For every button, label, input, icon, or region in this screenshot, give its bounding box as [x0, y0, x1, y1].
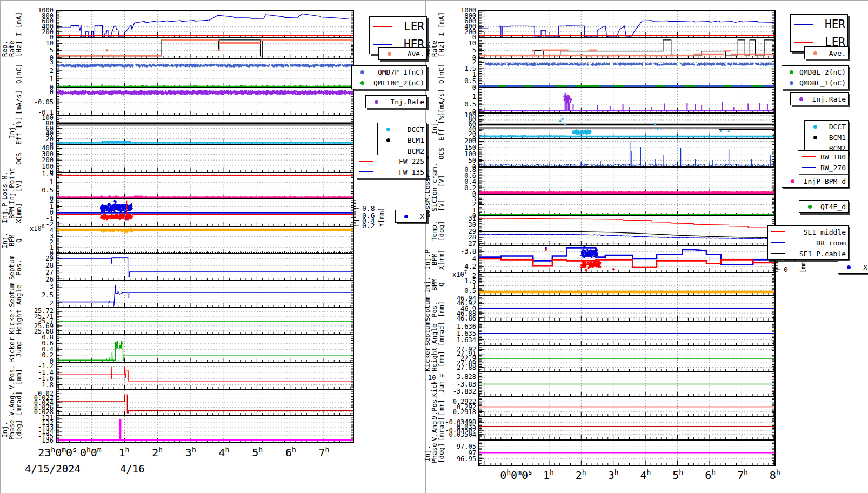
legend-box-left-2: QMD7P_1(nC)QMF10P_2(nC): [351, 65, 427, 89]
y-tick-label: -3.8: [444, 248, 476, 255]
legend-marker-dot: [784, 81, 799, 85]
axis-label-v-pos: [mm]: [438, 397, 445, 417]
legend-marker-line: [770, 242, 786, 243]
legend-item: QMF10P_2(nC): [354, 77, 424, 88]
legend-marker-dot: [807, 51, 823, 55]
legend-marker-line: [372, 26, 393, 27]
plot-row-current[interactable]: [478, 10, 776, 38]
legend-label: Inj.Rate: [384, 98, 424, 106]
legend-marker-line: [800, 167, 817, 168]
legend-marker-dot: [840, 265, 857, 269]
plot-row-inj-phase[interactable]: [478, 441, 776, 466]
legend-marker-dot: [793, 97, 809, 101]
legend-label: BCM1: [823, 134, 846, 142]
plot-row-v-ang[interactable]: [478, 417, 776, 441]
plot-row-ocs[interactable]: [478, 139, 776, 168]
legend-label: SE1 middle: [786, 228, 846, 236]
legend-box-right-5: BW_180BW_270: [798, 150, 849, 174]
axis-label-inj-phase: [deg]: [438, 441, 445, 466]
injection-monitor-window: 10008006004002000I [mA]1050Rep.Rate[Hz]3…: [0, 0, 868, 493]
axis-label-septum-pos: [mm]: [438, 296, 445, 322]
legend-item: QI4E_d: [802, 201, 846, 212]
plot-row-septum-angle[interactable]: [478, 322, 776, 346]
legend-marker-dot: [380, 138, 396, 142]
legend-item: QMD8E_1(nC): [784, 77, 846, 88]
legend-marker-dot: [354, 81, 370, 85]
legend-label: QI4E_d: [818, 203, 846, 211]
legend-marker-dot: [368, 100, 384, 104]
y-tick-label: 27: [444, 241, 476, 248]
legend-box-right-9: X: [838, 261, 868, 274]
legend-item: Ave.: [381, 48, 424, 59]
legend-label: LER: [393, 20, 424, 33]
plot-row-v-pos[interactable]: [478, 397, 776, 417]
legend-label: D8 room: [786, 239, 846, 247]
legend-box-right-7: QI4E_d: [799, 200, 849, 213]
legend-marker-dot: [380, 128, 396, 131]
legend-marker-dot: [807, 125, 823, 129]
x-tick-label: 8h: [732, 468, 818, 482]
plot-row-bunch-charge[interactable]: [478, 59, 776, 88]
legend-label: QMF10P_2(nC): [370, 79, 424, 87]
axis-label-lossm-ion-chamber: [V]: [438, 168, 445, 195]
y-tick-label: -0.03504: [444, 431, 476, 438]
legend-marker-line: [793, 42, 814, 43]
legend-item: D8 room: [770, 237, 846, 248]
axis-label-rep-rate: [Hz]: [438, 38, 445, 59]
y-tick-label: 5: [444, 47, 476, 54]
legend-item: LER: [372, 17, 424, 35]
legend-item: FW_135: [358, 166, 424, 177]
legend-item: FW_225: [358, 156, 424, 166]
legend-item: Ave.: [807, 48, 846, 58]
legend-label: QMD8E_1(nC): [799, 79, 846, 87]
legend-box-right-4: DCCTBCM1BCM2: [804, 120, 849, 155]
y-tick-label: 1: [444, 94, 476, 101]
legend-box-left-1: Ave.: [378, 47, 427, 60]
axis-label-injp-bpm-x: X[mm]: [438, 246, 445, 273]
legend-marker-dot: [381, 52, 397, 56]
axis-label-inj-eff: Eff [%]: [438, 114, 445, 139]
legend-label: BW_180: [817, 153, 846, 161]
legend-label: X: [857, 263, 867, 271]
plot-row-injp-bpm-x[interactable]: [478, 246, 776, 273]
legend-label: DCCT: [823, 123, 846, 131]
y-tick-label: 46.86: [444, 315, 476, 322]
legend-item: BCM1: [380, 135, 424, 145]
y-tick-label: 0.2918: [444, 409, 476, 416]
plot-row-temperature[interactable]: [478, 216, 776, 246]
y-tick-label: 0: [444, 84, 476, 91]
plot-row-septum-pos[interactable]: [478, 296, 776, 322]
y-tick-label: -4: [444, 256, 476, 263]
legend-box-left-3: Inj.Rate: [365, 95, 427, 108]
legend-item: Inj.Rate: [793, 94, 846, 104]
legend-box-right-1: Ave.: [804, 46, 849, 59]
plot-row-inj-bpm-q[interactable]: [478, 273, 776, 296]
plot-row-inj-rate[interactable]: [478, 88, 776, 114]
legend-marker-dot: [784, 179, 800, 183]
axis-label-inj-bpm-q: Q: [438, 273, 445, 296]
legend-marker-line: [358, 161, 375, 162]
legend-box-right-3: Inj.Rate: [790, 92, 849, 105]
plot-row-inj-eff[interactable]: [478, 114, 776, 139]
axis-label-lossm-sic: [V]: [438, 195, 445, 216]
legend-item: SE1 middle: [770, 226, 846, 237]
plot-row-rep-rate[interactable]: [478, 38, 776, 59]
legend-item: DCCT: [807, 121, 846, 132]
legend-box-right-6: InjP BPM_d: [782, 175, 849, 188]
plot-row-lossm-sic[interactable]: [478, 195, 776, 216]
axis-multiplier-inj-bpm-q: x107: [452, 270, 467, 278]
legend-marker-dot: [802, 205, 818, 209]
legend-box-right-2: QMD8E_2(nC)QMD8E_1(nC): [782, 65, 849, 89]
legend-label: QMD7P_1(nC): [370, 68, 424, 76]
legend-marker-line: [358, 171, 375, 172]
plot-row-kicker-height[interactable]: [478, 346, 776, 372]
y-tick-label: -3.83: [444, 381, 476, 388]
legend-label: BW_270: [817, 164, 846, 172]
axis-label-inj-rate: [mA/s]: [438, 88, 445, 114]
legend-item: InjP BPM_d: [784, 176, 846, 186]
legend-marker-dot: [784, 70, 799, 74]
legend-marker-dot: [354, 70, 370, 74]
legend-item: Inj.Rate: [368, 96, 424, 107]
plot-row-kicker-jump[interactable]: [478, 372, 776, 397]
plot-row-lossm-ion-chamber[interactable]: [478, 168, 776, 195]
